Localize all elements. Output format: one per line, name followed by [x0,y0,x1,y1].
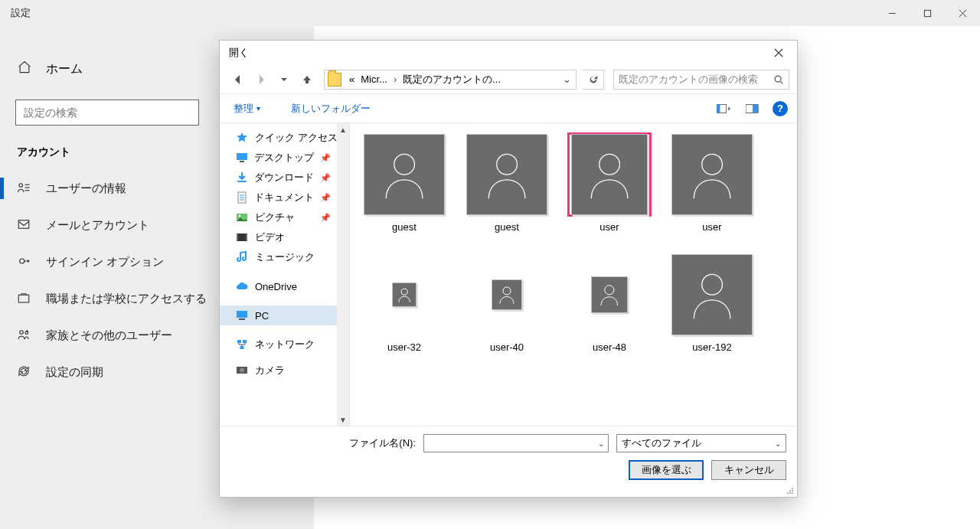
resize-handle[interactable] [785,485,794,494]
svg-point-29 [239,215,241,217]
star-icon [235,132,249,144]
svg-rect-30 [237,233,247,241]
file-label: user-40 [490,341,524,353]
settings-search-input[interactable] [15,100,199,126]
nav-item-label: メールとアカウント [46,218,149,233]
home-label: ホーム [46,61,83,77]
breadcrumb-seg-2[interactable]: 既定のアカウントの... [400,73,504,87]
breadcrumb-seg-1[interactable]: Micr... [358,73,390,85]
filename-dropdown-icon[interactable]: ⌄ [598,439,604,448]
nav-item-label: 家族とその他のユーザー [46,328,172,343]
dialog-toolbar: 整理▾ 新しいフォルダー ? [220,94,797,123]
nav-item-label: 設定の同期 [46,365,103,380]
organize-menu[interactable]: 整理▾ [229,99,265,119]
svg-point-43 [702,154,723,175]
file-item[interactable]: user-192 [670,253,754,353]
tree-item-downloads[interactable]: ダウンロード📌 [220,168,349,188]
network-icon [235,338,249,351]
svg-rect-1 [924,10,930,16]
forward-button[interactable] [250,69,272,90]
filetype-select[interactable]: すべてのファイル ⌄ [616,434,786,452]
dialog-search[interactable]: 既定のアカウントの画像の検索 [613,70,789,90]
breadcrumb-prefix: « [346,73,358,85]
svg-point-39 [240,368,244,373]
file-item[interactable]: user [567,132,652,233]
file-label: user-48 [593,341,626,353]
tree-item-network[interactable]: ネットワーク [220,335,349,354]
file-item[interactable]: user-48 [567,253,652,353]
filename-label: ファイル名(N): [349,436,416,450]
close-button[interactable] [945,0,980,26]
open-button[interactable]: 画像を選ぶ [629,460,704,480]
svg-rect-36 [243,340,247,343]
filename-input[interactable] [423,434,609,452]
dialog-close-button[interactable] [765,42,792,64]
svg-point-4 [19,183,23,187]
svg-point-51 [787,492,789,494]
tree-item-label: ミュージック [255,250,315,264]
file-pane[interactable]: guestguestuseruseruser-32user-40user-48u… [350,123,797,426]
help-button[interactable]: ? [773,101,788,116]
svg-point-52 [789,492,791,494]
refresh-button[interactable] [583,70,604,90]
breadcrumb-dropdown[interactable]: ⌄ [558,73,576,85]
tree-item-desktop[interactable]: デスクトップ📌 [220,148,349,168]
cancel-button[interactable]: キャンセル [711,460,786,480]
tree-item-label: OneDrive [255,281,297,292]
desktop-icon [235,152,248,164]
file-item[interactable]: guest [465,132,549,233]
dialog-search-placeholder: 既定のアカウントの画像の検索 [619,73,773,87]
tree-item-label: ピクチャ [255,211,295,224]
nav-item-label: ユーザーの情報 [46,181,126,196]
new-folder-button[interactable]: 新しいフォルダー [286,99,375,119]
tree-item-label: PC [255,310,269,322]
minimize-button[interactable] [874,0,910,26]
svg-rect-20 [753,104,758,113]
file-label: guest [392,221,416,233]
file-label: user [702,221,721,233]
svg-point-47 [702,274,723,295]
svg-point-49 [789,490,791,491]
tree-item-onedrive[interactable]: OneDrive [220,276,349,296]
signin-icon [17,254,31,270]
svg-point-48 [792,488,793,489]
recent-button[interactable] [273,69,295,90]
tree-item-pc[interactable]: PC [220,305,349,325]
pc-icon [235,309,249,322]
tree-item-label: ビデオ [255,230,285,244]
picture-icon [235,211,249,224]
tree-item-camera[interactable]: カメラ [220,364,349,374]
back-button[interactable] [227,69,249,90]
maximize-button[interactable] [910,0,945,26]
file-item[interactable]: guest [362,132,446,233]
music-icon [235,251,249,263]
tree-item-music[interactable]: ミュージック [220,247,349,267]
filetype-label: すべてのファイル [622,436,701,450]
file-item[interactable]: user-40 [465,253,549,353]
svg-rect-23 [237,181,247,182]
home-icon [17,60,32,78]
breadcrumb[interactable]: « Micr... › 既定のアカウントの... ⌄ [324,70,577,90]
svg-rect-34 [239,318,245,320]
file-item[interactable]: user-32 [362,253,446,353]
settings-titlebar: 設定 [0,0,980,26]
tree-item-videos[interactable]: ビデオ [220,227,349,247]
svg-rect-21 [237,153,247,160]
svg-point-40 [394,154,415,175]
file-item[interactable]: user [670,132,754,233]
preview-pane-button[interactable] [742,100,763,118]
window-buttons [874,0,980,26]
svg-point-42 [599,154,620,175]
download-icon [235,171,248,184]
chevron-right-icon: › [390,73,400,85]
view-mode-button[interactable] [713,100,734,118]
up-button[interactable] [296,69,318,90]
tree-item-documents[interactable]: ドキュメント📌 [220,188,349,207]
tree-item-quick-access[interactable]: クイック アクセス [220,128,349,148]
tree-item-pictures[interactable]: ピクチャ📌 [220,207,349,227]
cloud-icon [235,280,249,292]
tree-scrollbar[interactable]: ▲▼ [337,123,349,426]
folder-tree[interactable]: クイック アクセスデスクトップ📌ダウンロード📌ドキュメント📌ピクチャ📌ビデオミュ… [220,123,350,426]
settings-title: 設定 [0,6,31,20]
svg-point-53 [792,492,793,494]
